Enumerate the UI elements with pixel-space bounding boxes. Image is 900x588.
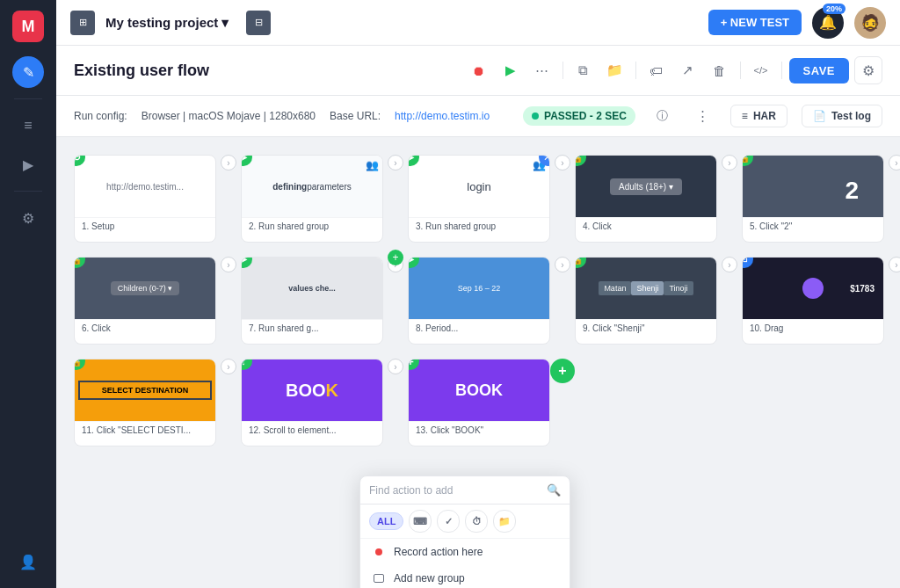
add-step-button[interactable]: + [550,359,575,383]
notifications-button[interactable]: 🔔 20% [812,7,844,39]
arrow-btn-4-5[interactable]: › [722,155,737,171]
chevron-icon: ▾ [221,15,229,31]
delete-toolbar-btn[interactable]: 🗑 [707,57,733,83]
har-button[interactable]: ≡ HAR [730,105,788,127]
step-wrapper-2: ▶ defining parameters 👥 2. Run shared gr… [241,155,383,243]
sidebar-item-user[interactable]: 👤 [12,546,44,577]
share-toolbar-btn[interactable]: ↗ [675,57,701,83]
filter-time-btn[interactable]: ⏱ [465,510,488,533]
testlog-icon: 📄 [813,110,826,122]
step-card-13[interactable]: + BOOK 13. Click "BOOK" [408,359,550,446]
filter-keyboard-btn[interactable]: ⌨ [409,510,432,533]
arrow-3-4: › [550,155,575,171]
run-config-label: Run config: [74,110,127,122]
filter-folder-btn[interactable]: 📁 [493,510,516,533]
step-preview-5: 2 [743,156,883,217]
step-card-6[interactable]: 🔒 Children (0-7) ▾ 6. Click [74,257,216,345]
arrow-6-7: › [216,257,241,272]
arrow-btn-8-9[interactable]: › [555,257,570,272]
filter-all-btn[interactable]: ALL [369,512,403,530]
project-name[interactable]: My testing project ▾ [105,15,229,31]
more-config-btn[interactable]: ⋮ [690,103,716,129]
arrow-btn-9-10[interactable]: › [722,257,737,272]
arrow-1-2: › [216,155,241,171]
step-preview-13: BOOK [409,359,549,421]
base-url-label: Base URL: [330,110,381,122]
step-preview-4: Adults (18+) ▾ [576,156,716,217]
toolbar: ⏺ ▶ ⋯ ⧉ 📁 🏷 ↗ 🗑 </> SAVE ⚙ [466,56,882,84]
step-card-7[interactable]: ▶ values che... 7. Run shared g... [241,257,383,345]
step-card-8[interactable]: ▶ Sep 16 – 22 8. Period... [408,257,550,345]
toolbar-divider-1 [562,62,563,79]
more-toolbar-btn[interactable]: ⋯ [529,57,555,83]
group-icon [373,572,385,584]
avatar[interactable]: 🧔 [854,7,886,39]
save-button[interactable]: SAVE [789,58,849,83]
search-icon[interactable]: 🔍 [547,483,561,497]
step-preview-12: BOOK [242,359,382,421]
sidebar-logo[interactable]: M [12,11,44,42]
filter-check-btn[interactable]: ✓ [437,510,460,533]
step-card-4[interactable]: 🔒 Adults (18+) ▾ 4. Click [575,155,717,243]
sidebar-item-settings[interactable]: ⚙ [12,202,44,234]
folder-toolbar-btn[interactable]: 📁 [602,57,628,83]
step-preview-1: http://demo.testim... [75,156,215,217]
step-card-12[interactable]: ↕ BOOK 12. Scroll to element... [241,359,383,446]
testlog-button[interactable]: 📄 Test log [802,105,882,127]
step-wrapper-4: 🔒 Adults (18+) ▾ 4. Click [575,155,717,243]
arrow-btn-6-7[interactable]: › [221,257,236,272]
arrow-10-next: › [884,257,900,272]
tag-toolbar-btn[interactable]: 🏷 [643,57,670,83]
notif-badge: 20% [823,4,846,14]
arrow-btn-12-13[interactable]: › [388,359,403,374]
run-config-bar: Run config: Browser | macOS Mojave | 128… [56,96,900,137]
play-toolbar-btn[interactable]: ▶ [497,57,524,83]
arrow-btn-2-3[interactable]: › [388,155,403,171]
code-toolbar-btn[interactable]: </> [748,57,774,83]
bell-icon: 🔔 [819,14,837,31]
steps-row-2: 🔒 Children (0-7) ▾ 6. Click › ▶ [74,257,882,345]
step-label-6: 6. Click [75,319,215,337]
arrow-12-13: › [383,359,408,374]
add-action-btn[interactable]: + [388,250,403,265]
arrow-btn-1-2[interactable]: › [221,155,236,171]
sidebar-item-play[interactable]: ▶ [12,149,44,180]
step-label-4: 4. Click [576,217,716,235]
step-wrapper-1: ↺ http://demo.testim... 1. Setup [74,155,216,243]
step-label-9: 9. Click "Shenji" [576,319,716,337]
step-wrapper-8: ▶ Sep 16 – 22 8. Period... [408,257,550,345]
version-icon[interactable]: ⊟ [246,11,271,35]
step-preview-8: Sep 16 – 22 [409,258,549,319]
step-card-1[interactable]: ↺ http://demo.testim... 1. Setup [74,155,216,243]
step-card-5[interactable]: 🔒 2 5. Click "2" [742,155,884,243]
sidebar-item-edit[interactable]: ✎ [12,56,44,88]
step-wrapper-12: ↕ BOOK 12. Scroll to element... [241,359,383,446]
step-card-2[interactable]: ▶ defining parameters 👥 2. Run shared gr… [241,155,383,243]
step-card-3[interactable]: ▶ ✕ login 👥 3. Run shared group [408,155,550,243]
step-card-11[interactable]: 🔒 SELECT DESTINATION 11. Click "SELECT D… [74,359,216,446]
arrow-btn-10-next[interactable]: › [889,257,900,272]
search-input[interactable] [369,484,541,497]
record-action-item[interactable]: Record action here [360,539,570,565]
arrow-btn-11-12[interactable]: › [221,359,236,374]
step-wrapper-5: 🔒 2 5. Click "2" [742,155,884,243]
step-label-1: 1. Setup [75,217,215,235]
step-preview-11: SELECT DESTINATION [75,359,215,421]
copy-toolbar-btn[interactable]: ⧉ [570,57,597,83]
arrow-7-8: › + [383,257,408,272]
record-toolbar-btn[interactable]: ⏺ [466,57,492,83]
info-button[interactable]: ⓘ [650,103,676,129]
step-label-12: 12. Scroll to element... [242,421,382,439]
group-icon-2: 👥 [366,159,379,171]
flow-settings-button[interactable]: ⚙ [854,56,882,84]
step-card-9[interactable]: 🔒 Matan Shenji Tinoji 9. Click "Shenji" [575,257,717,345]
topbar: ⊞ My testing project ▾ ⊟ + NEW TEST 🔔 20… [56,0,900,46]
step-card-10[interactable]: ⊡ $1783 10. Drag [742,257,884,345]
new-test-button[interactable]: + NEW TEST [708,10,802,35]
record-action-label: Record action here [394,546,483,558]
add-group-item[interactable]: Add new group [360,565,570,588]
sidebar-item-list[interactable]: ≡ [12,110,44,142]
arrow-btn-3-4[interactable]: › [555,155,570,171]
arrow-btn-5-next[interactable]: › [889,155,900,171]
arrow-11-12: › [216,359,241,374]
